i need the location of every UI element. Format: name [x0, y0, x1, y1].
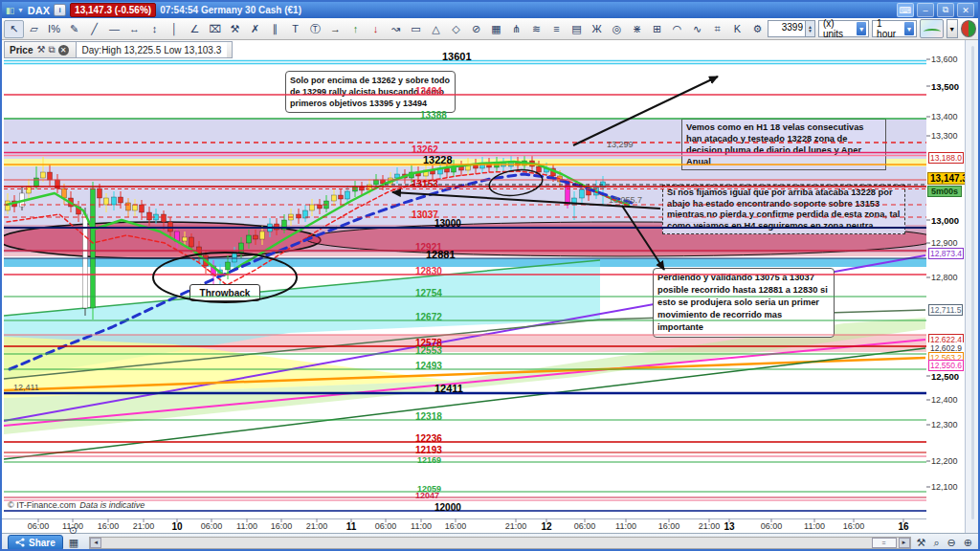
pane-settings-wrench-icon[interactable]: ⚒: [36, 44, 45, 55]
annotation-box-upside-targets[interactable]: Solo por encima de 13262 y sobre todo de…: [285, 71, 456, 113]
vertical-scroll-track[interactable]: [971, 46, 974, 519]
parallel-lines-tool[interactable]: ∥: [265, 20, 285, 38]
quantity-stepper[interactable]: 3399 ▲▼: [768, 20, 815, 37]
annotation-ellipse[interactable]: [487, 166, 544, 199]
zoom-select-icon[interactable]: ⌕: [933, 537, 939, 549]
info-icon[interactable]: i: [54, 4, 66, 16]
horizontal-scrollbar[interactable]: ◄ = ►: [89, 537, 910, 549]
annotation-box-support-13153[interactable]: Si nos fijamos igual que por arriba atac…: [662, 185, 905, 234]
arc-tool[interactable]: ◠: [667, 20, 687, 38]
grid-tool[interactable]: ⌗: [707, 20, 727, 38]
ellipse-tool[interactable]: ⊘: [466, 20, 486, 38]
chart-style-button[interactable]: [920, 19, 944, 38]
arrow-right-tool[interactable]: →: [325, 20, 345, 38]
chart-style-dropdown-icon[interactable]: ▼: [947, 19, 958, 38]
candle-body: [297, 214, 301, 218]
close-button[interactable]: ✕: [957, 3, 974, 17]
pitchfork-tool[interactable]: ⋔: [506, 20, 526, 38]
delete-tool[interactable]: ⌧: [205, 20, 225, 38]
segment-tool[interactable]: ╱: [84, 20, 104, 38]
vertical-line-tool[interactable]: │: [165, 20, 185, 38]
scroll-settings-icon[interactable]: ⚒: [917, 537, 926, 549]
units-select[interactable]: (x) units ▼: [818, 20, 869, 37]
zoom-out-icon[interactable]: ⊖: [947, 537, 956, 549]
arrow-up-tool[interactable]: ↑: [345, 20, 366, 38]
ruler-tool[interactable]: ▱: [24, 20, 44, 38]
candle-body: [516, 162, 521, 165]
axis-price-tick: 12,100: [931, 482, 958, 492]
channel-c-tool[interactable]: ≡: [546, 20, 567, 38]
candle-body: [268, 224, 273, 231]
price-level-label: 12578: [415, 338, 442, 348]
quantity-value[interactable]: 3399: [768, 21, 805, 36]
scroll-right-arrow[interactable]: ►: [899, 538, 910, 548]
minimize-button[interactable]: –: [917, 3, 934, 17]
timeframe-select[interactable]: 1 hour ▼: [872, 20, 917, 37]
restore-button[interactable]: ⧉: [937, 3, 954, 17]
instrument-name[interactable]: DAX: [28, 5, 50, 16]
vertical-segment-tool[interactable]: ↕: [145, 20, 165, 38]
axis-price-tick: 13,000: [931, 215, 959, 226]
spiral-tool[interactable]: ◎: [607, 20, 627, 38]
day-high-low: Day:High 13,225.5 Low 13,103.3: [76, 42, 228, 57]
annotation-arrow[interactable]: [392, 192, 660, 209]
annotation-box-throwback[interactable]: Throwback: [189, 284, 260, 301]
fibonacci-fan-tool[interactable]: ⋇: [627, 20, 647, 38]
title-bar: ▮▯ ▼ DAX i 13,147.3 (-0.56%) 07:54:54 Ge…: [2, 2, 978, 18]
instrument-dropdown-icon[interactable]: ▼: [17, 7, 24, 13]
candle-body: [282, 220, 287, 230]
candle-body: [27, 187, 32, 193]
price-level-label: 12169: [417, 455, 441, 465]
pattern-tool[interactable]: ▦: [486, 20, 506, 38]
pencil-tool[interactable]: ✎: [64, 20, 84, 38]
pane-windows-icon[interactable]: ⧉: [48, 44, 55, 55]
price-axis[interactable]: 13,60013,50013,40013,30013,00012,90012,8…: [926, 40, 965, 518]
k-lines-tool[interactable]: K: [727, 20, 747, 38]
annotation-arrow[interactable]: [622, 206, 664, 270]
instrument-style-icon[interactable]: ⊙: [69, 524, 78, 537]
price-level-label: 12881: [426, 249, 456, 260]
cross-tool[interactable]: ✗: [245, 20, 265, 38]
indicative-text: Data is indicative: [79, 500, 145, 510]
annotation-box-h1-candles[interactable]: Vemos como en H1 18 velas consecutivas h…: [681, 119, 886, 170]
axis-time-tick: 16:00: [648, 521, 690, 531]
gann-tool[interactable]: ⊞: [647, 20, 667, 38]
cycles-tool[interactable]: ∿: [687, 20, 707, 38]
copyright-text: © IT-Finance.com: [8, 500, 76, 510]
freehand-tool[interactable]: ↝: [386, 20, 406, 38]
andrews-tool[interactable]: Ж: [587, 20, 607, 38]
regression-tool[interactable]: ▤: [567, 20, 587, 38]
object-settings-tool[interactable]: ⚒: [225, 20, 245, 38]
chart-panel-icon[interactable]: ▦: [69, 537, 78, 549]
triangle-tool[interactable]: △: [426, 20, 446, 38]
extended-line-tool[interactable]: ↔: [124, 20, 145, 38]
candle-body: [537, 166, 542, 172]
horizontal-line-tool[interactable]: —: [104, 20, 124, 38]
vertical-scroll-strip[interactable]: [965, 40, 980, 533]
percent-measure-tool[interactable]: I%: [44, 20, 64, 38]
candle-body: [474, 165, 479, 168]
settings-gear-tool[interactable]: ⚙: [747, 20, 768, 38]
time-axis[interactable]: 06:0011:0016:0021:001006:0011:0016:0021:…: [2, 518, 926, 534]
annotation-box-downside-targets[interactable]: Perdiendo y validando 13075 a 13037 posi…: [653, 268, 835, 338]
candle-body: [260, 231, 265, 239]
candle-body: [480, 164, 485, 168]
pane-close-icon[interactable]: ✕: [58, 45, 69, 55]
scroll-left-arrow[interactable]: ◄: [90, 538, 101, 548]
rectangle-tool[interactable]: ▭: [406, 20, 426, 38]
quantity-spin-arrows[interactable]: ▲▼: [805, 21, 814, 36]
text-tool[interactable]: T: [285, 20, 305, 38]
share-button[interactable]: Share: [8, 535, 63, 551]
cursor-tool[interactable]: ↖: [4, 20, 24, 38]
zoom-in-icon[interactable]: ⊕: [964, 537, 972, 549]
angle-tool[interactable]: ∠: [185, 20, 205, 38]
price-change-badge: 13,147.3 (-0.56%): [70, 3, 156, 17]
arrow-down-tool[interactable]: ↓: [366, 20, 386, 38]
rhombus-tool[interactable]: ◇: [446, 20, 466, 38]
diagonal-trendline: [4, 358, 925, 390]
keyboard-button[interactable]: ⌨: [897, 3, 914, 17]
callout-tool[interactable]: Ⓣ: [305, 20, 325, 38]
channel-a-tool[interactable]: ≋: [526, 20, 546, 38]
indicators-button[interactable]: [961, 20, 976, 37]
scrollbar-thumb[interactable]: =: [872, 538, 897, 548]
